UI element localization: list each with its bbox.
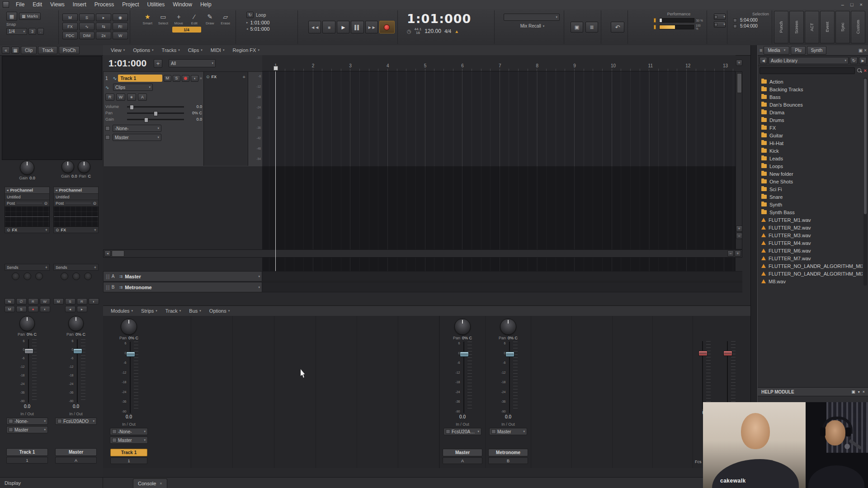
strip-name[interactable]: Master: [55, 448, 96, 456]
mix-module-button[interactable]: DIM: [79, 32, 94, 39]
tab-track[interactable]: Track: [38, 46, 57, 54]
pan-knob[interactable]: [78, 160, 90, 173]
fast-forward-button[interactable]: ►►: [365, 21, 378, 33]
scroll-left-icon[interactable]: ◂: [104, 250, 111, 257]
mix-module-button[interactable]: ∿: [79, 23, 94, 30]
track-header-track1[interactable]: 1 ∿ Track 1 M S ◖ ≡ ∿ Clips▾ RW∗A V: [103, 71, 263, 167]
loop-start-time[interactable]: 1:01:000: [250, 20, 270, 25]
chevron-down-icon[interactable]: ▾: [258, 286, 260, 289]
tool-button[interactable]: + Move: [171, 12, 186, 25]
output-selector[interactable]: FcsU20ADO▾: [443, 428, 481, 435]
metronome-icon[interactable]: ▲: [454, 29, 459, 34]
edit-filter-selector[interactable]: Clips▾: [113, 84, 153, 91]
track-output-selector[interactable]: Master▾: [113, 134, 161, 141]
automation-button[interactable]: ∗: [127, 94, 136, 101]
strip-button[interactable]: R: [28, 298, 38, 305]
console-menu[interactable]: Bus▾: [185, 306, 205, 316]
mix-recall-button[interactable]: Mix Recall: [520, 23, 541, 28]
scrollbar-thumb[interactable]: [737, 73, 742, 93]
folder-item[interactable]: Snare: [758, 193, 863, 201]
mix-module-button[interactable]: 2x: [96, 32, 111, 39]
trackview-menu[interactable]: Options▾: [129, 45, 157, 55]
mix-module-button[interactable]: M: [62, 14, 78, 21]
close-console-icon[interactable]: ×: [160, 481, 162, 486]
add-track-button[interactable]: +: [154, 59, 162, 68]
folder-item[interactable]: Drama: [758, 108, 863, 116]
search-input[interactable]: [760, 67, 855, 74]
folder-item[interactable]: Synth: [758, 201, 863, 208]
menu-item[interactable]: Edit: [28, 0, 46, 9]
vertical-scrollbar[interactable]: + −: [736, 71, 742, 249]
mix-module-button[interactable]: ◉: [113, 14, 128, 21]
tool-button[interactable]: ✎ Draw: [203, 12, 217, 25]
audio-file-item[interactable]: FLUTTER_M1.wav: [758, 216, 863, 224]
folder-item[interactable]: Sci Fi: [758, 185, 863, 193]
mix-layers-icon[interactable]: ≣: [585, 22, 598, 33]
draw-resolution-selector[interactable]: 1/4: [172, 27, 201, 33]
folder-item[interactable]: Drums: [758, 116, 863, 124]
scrollbar-thumb[interactable]: [112, 250, 124, 257]
strip-name[interactable]: Track 1: [6, 448, 47, 456]
tab-synth[interactable]: Synth: [807, 46, 827, 55]
track-collapse-icon[interactable]: ≡: [200, 76, 202, 80]
tool-button[interactable]: ▱ Erase: [218, 12, 233, 25]
volume-slider[interactable]: [127, 106, 184, 108]
folder-item[interactable]: Bass: [758, 93, 863, 101]
input-echo-button[interactable]: ◖: [191, 75, 198, 82]
track-name[interactable]: Track 1: [118, 75, 162, 82]
snap-resolution-selector[interactable]: 1/4▾: [6, 28, 27, 35]
audio-file-item[interactable]: M8.wav: [758, 277, 863, 285]
add-fx-icon[interactable]: +: [243, 74, 245, 80]
snapshot-camera-icon[interactable]: ▣: [571, 22, 583, 33]
ruler-add-icon[interactable]: +: [736, 60, 742, 66]
add-send-icon[interactable]: +: [94, 265, 96, 270]
bus-row-b[interactable]: ║║ B ⇉ Metronome ▾: [103, 282, 742, 292]
strip-button[interactable]: M: [53, 298, 64, 305]
pan-knob[interactable]: [454, 319, 471, 335]
chevron-down-icon[interactable]: ▾: [858, 390, 860, 394]
audio-file-item[interactable]: FLUTTER_M3.wav: [758, 231, 863, 239]
tab-media[interactable]: Media▾: [764, 46, 789, 55]
undo-icon[interactable]: ↶: [611, 22, 624, 33]
toolbar-module-tab[interactable]: Screen: [789, 11, 804, 43]
menu-item[interactable]: Insert: [69, 0, 90, 9]
zoom-out-icon[interactable]: −: [736, 233, 742, 239]
add-send-icon[interactable]: +: [45, 265, 47, 270]
power-icon[interactable]: ⊙: [7, 228, 10, 232]
refresh-icon[interactable]: ↻: [850, 57, 858, 64]
send-knob[interactable]: [84, 272, 92, 280]
automation-button[interactable]: A: [138, 94, 147, 101]
window-control-button[interactable]: □: [850, 2, 854, 7]
folder-item[interactable]: One Shots: [758, 178, 863, 185]
sends-row[interactable]: Sends+: [5, 264, 50, 271]
strip-button[interactable]: ⇆: [5, 298, 15, 305]
audio-file-item[interactable]: FLUTTER_M2.wav: [758, 224, 863, 231]
pan-knob[interactable]: [121, 319, 137, 335]
prochannel-preset[interactable]: Untitled: [5, 194, 50, 200]
folder-item[interactable]: Loops: [758, 162, 863, 170]
stop-button[interactable]: ■: [322, 21, 335, 33]
prochannel-header[interactable]: «ProChannel: [5, 187, 50, 194]
mix-module-button[interactable]: R!: [113, 23, 128, 30]
playhead[interactable]: [275, 71, 276, 271]
volume-fader[interactable]: [26, 339, 31, 403]
folder-item[interactable]: Kick: [758, 147, 863, 155]
forward-icon[interactable]: ▶: [859, 57, 867, 64]
menu-item[interactable]: Window: [169, 0, 196, 9]
strip-button[interactable]: S: [65, 298, 75, 305]
tool-button[interactable]: ▭ Select: [156, 12, 171, 25]
folder-item[interactable]: Synth Bass: [758, 208, 863, 216]
menu-item[interactable]: File: [12, 0, 28, 9]
audio-file-item[interactable]: FLUTTER_M7.wav: [758, 254, 863, 262]
trackview-menu[interactable]: View▾: [107, 45, 129, 55]
audio-file-item[interactable]: FLUTTER_M4.wav: [758, 239, 863, 247]
strip-button[interactable]: M: [5, 306, 15, 312]
horizontal-scrollbar[interactable]: ◂ − +: [103, 249, 742, 258]
mute-button[interactable]: M: [164, 75, 171, 82]
window-control-button[interactable]: ×: [860, 2, 863, 7]
pan-slider[interactable]: [127, 113, 184, 114]
folder-item[interactable]: Leads: [758, 155, 863, 162]
strip-button[interactable]: ◖: [89, 298, 99, 305]
play-button[interactable]: ►: [337, 21, 349, 33]
audio-file-item[interactable]: FLUTTER_NO_LANDR_ALGORITHM_MIX: [758, 262, 863, 270]
